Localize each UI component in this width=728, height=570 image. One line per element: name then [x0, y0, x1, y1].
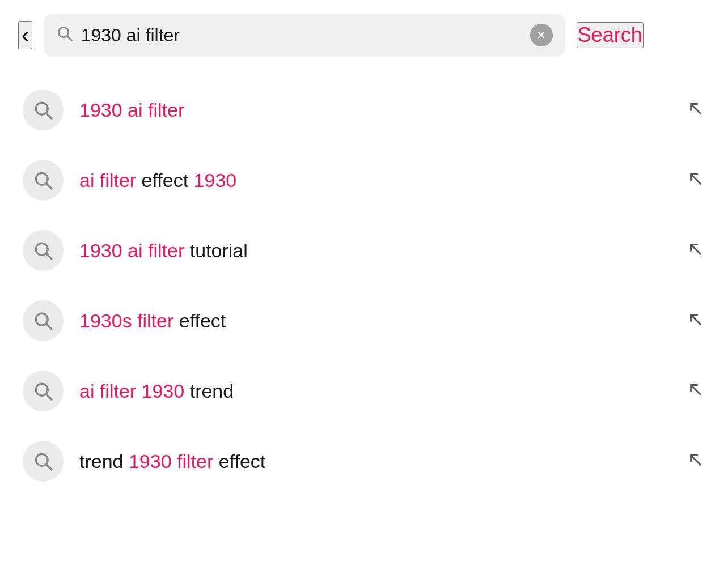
suggestion-item[interactable]: 1930s filter effect [0, 286, 728, 356]
search-input[interactable] [81, 25, 522, 46]
search-icon [23, 160, 64, 201]
suggestion-text: ai filter effect 1930 [79, 168, 670, 193]
search-bar: ✕ [44, 14, 565, 57]
suggestion-text: trend 1930 filter effect [79, 449, 670, 474]
svg-line-7 [691, 175, 701, 184]
search-bar-icon [56, 25, 73, 46]
suggestion-text: 1930s filter effect [79, 308, 670, 333]
search-button[interactable]: Search [577, 22, 644, 48]
suggestion-item[interactable]: ai filter 1930 trend [0, 356, 728, 426]
search-icon [23, 230, 64, 271]
svg-line-18 [46, 465, 52, 470]
suggestion-item[interactable]: 1930 ai filter tutorial [0, 215, 728, 286]
svg-line-6 [46, 184, 52, 189]
svg-line-10 [691, 245, 701, 254]
arrow-up-left-icon [686, 380, 705, 402]
suggestion-text: 1930 ai filter tutorial [79, 238, 670, 263]
svg-line-4 [691, 104, 701, 114]
search-icon [23, 441, 64, 482]
arrow-up-left-icon [686, 450, 705, 472]
clear-button[interactable]: ✕ [530, 24, 553, 46]
arrow-up-left-icon [686, 169, 705, 191]
back-button[interactable]: ‹ [18, 21, 32, 49]
search-icon [23, 90, 64, 130]
search-icon [23, 300, 64, 341]
svg-line-19 [691, 456, 701, 465]
suggestion-item[interactable]: ai filter effect 1930 [0, 145, 728, 215]
suggestion-text: 1930 ai filter [79, 97, 670, 122]
suggestion-item[interactable]: trend 1930 filter effect [0, 426, 728, 496]
arrow-up-left-icon [686, 99, 705, 121]
arrow-up-left-icon [686, 310, 705, 331]
suggestion-item[interactable]: 1930 ai filter [0, 75, 728, 145]
search-icon [23, 371, 64, 411]
search-header: ‹ ✕ Search [0, 0, 728, 70]
svg-line-12 [46, 324, 52, 329]
svg-line-3 [46, 113, 52, 118]
svg-line-9 [46, 254, 52, 259]
suggestions-list: 1930 ai filter ai filter effect 1930 193… [0, 70, 728, 501]
svg-line-1 [67, 36, 72, 41]
arrow-up-left-icon [686, 240, 705, 261]
svg-line-13 [691, 315, 701, 325]
suggestion-text: ai filter 1930 trend [79, 378, 670, 403]
svg-line-15 [46, 394, 52, 399]
svg-line-16 [691, 385, 701, 395]
